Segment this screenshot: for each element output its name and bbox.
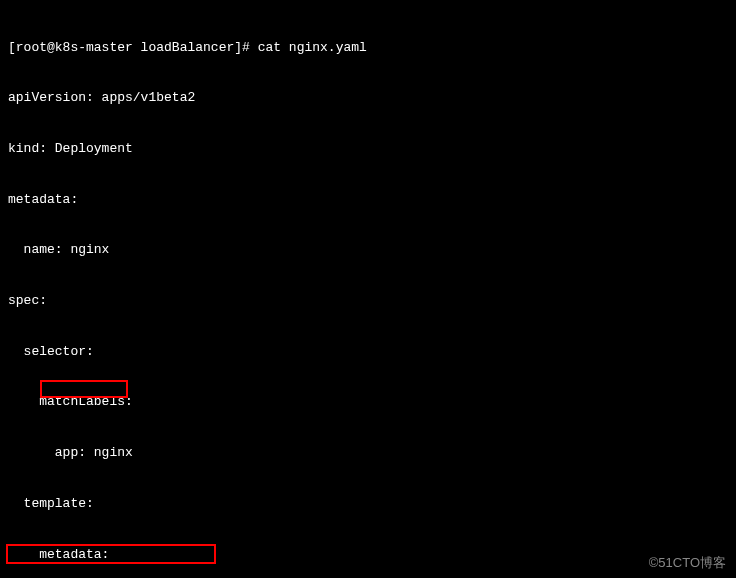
terminal-window[interactable]: [root@k8s-master loadBalancer]# cat ngin… [0, 0, 736, 578]
yaml-line: metadata: [8, 547, 728, 564]
yaml-line: kind: Deployment [8, 141, 728, 158]
yaml-line: apiVersion: apps/v1beta2 [8, 90, 728, 107]
yaml-line: spec: [8, 293, 728, 310]
yaml-line: matchLabels: [8, 394, 728, 411]
yaml-line: metadata: [8, 192, 728, 209]
yaml-line: template: [8, 496, 728, 513]
shell-prompt: [root@k8s-master loadBalancer]# [8, 40, 258, 55]
prompt-line-1: [root@k8s-master loadBalancer]# cat ngin… [8, 40, 728, 57]
yaml-line: selector: [8, 344, 728, 361]
yaml-line: name: nginx [8, 242, 728, 259]
command-text: cat nginx.yaml [258, 40, 367, 55]
yaml-line: app: nginx [8, 445, 728, 462]
watermark-text: ©51CTO博客 [649, 555, 726, 572]
